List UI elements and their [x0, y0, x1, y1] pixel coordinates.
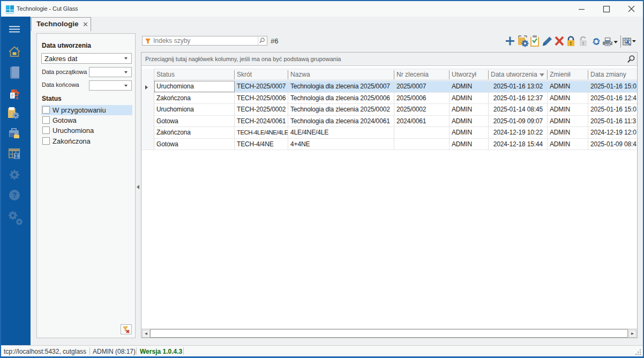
- svg-text:?: ?: [12, 191, 17, 199]
